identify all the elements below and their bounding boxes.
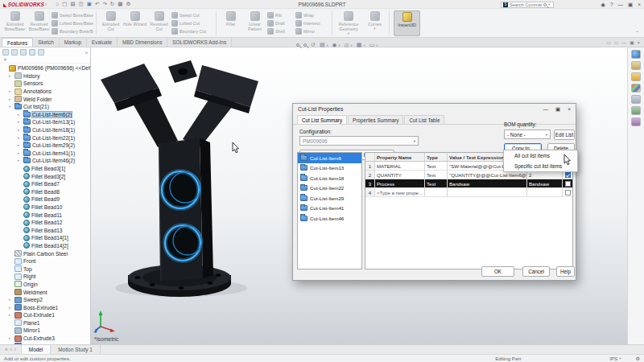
tree-item[interactable]: Mirror1 bbox=[0, 327, 90, 335]
curves-button[interactable]: Curves▾ bbox=[363, 10, 386, 36]
tab-scroll-start-icon[interactable]: « bbox=[5, 347, 8, 352]
doc-restore-icon[interactable]: ▣ bbox=[630, 40, 634, 45]
tree-item[interactable]: Fillet Bead14[1] bbox=[0, 234, 90, 242]
units-caret-icon[interactable]: ▾ bbox=[619, 356, 621, 360]
intersect-button[interactable]: Intersect bbox=[295, 19, 329, 27]
bom-quantity-combo[interactable]: - None - ▾ bbox=[504, 130, 551, 139]
tree-item[interactable]: ▸ Cut-List-Item6(2) bbox=[0, 111, 90, 119]
tree-item[interactable]: Origin bbox=[0, 281, 90, 289]
rebuild-icon[interactable]: ↻ bbox=[110, 0, 114, 8]
selected-edge-lower[interactable] bbox=[165, 225, 202, 261]
previous-view-icon[interactable]: ↺ bbox=[311, 42, 316, 48]
cut-list-items-listbox[interactable]: Cut-List-Item6 Cut-List-Item13 Cut-List-… bbox=[297, 152, 362, 269]
options-icon[interactable]: ⚙ bbox=[126, 0, 130, 8]
doc-minimize-icon[interactable]: — bbox=[621, 40, 626, 45]
tree-item[interactable]: ▾ Cut list(21) bbox=[0, 103, 90, 111]
custom-properties-icon[interactable] bbox=[631, 106, 641, 115]
forum-icon[interactable] bbox=[631, 117, 641, 126]
command-tab[interactable]: MBD Dimensions bbox=[118, 38, 167, 47]
status-options-icon[interactable]: ⚙ bbox=[635, 356, 640, 361]
tree-item[interactable]: ▸ Cut-List-Item13(1) bbox=[0, 118, 90, 126]
cut-list-item[interactable]: Cut-List-Item22 bbox=[298, 183, 361, 194]
wrap-button[interactable]: Wrap bbox=[295, 11, 329, 19]
save-icon[interactable]: ◫ bbox=[79, 0, 84, 8]
dialog-close-button[interactable]: × bbox=[568, 106, 571, 113]
doc-window-icon[interactable]: ▭ bbox=[606, 40, 610, 45]
design-library-icon[interactable] bbox=[631, 61, 641, 70]
collapse-ribbon-icon[interactable]: ⌃ bbox=[635, 30, 639, 35]
tree-item[interactable]: Front bbox=[0, 257, 90, 265]
tree-item[interactable]: Fillet Bead3[1] bbox=[0, 165, 90, 173]
tree-item[interactable]: ▸ Annotations bbox=[0, 88, 90, 96]
tree-item[interactable]: ▸ Cut-Extrude1 bbox=[0, 311, 90, 319]
expand-arrow[interactable]: ▸ bbox=[18, 143, 22, 147]
reference-geometry-button[interactable]: Reference Geometry▾ bbox=[335, 10, 362, 36]
expand-arrow[interactable]: ▸ bbox=[18, 136, 22, 140]
ok-button[interactable]: OK bbox=[481, 266, 514, 277]
hide-show-items-icon[interactable]: ▦ bbox=[357, 42, 362, 48]
boundary-cut-button[interactable]: Boundary Cut bbox=[171, 27, 213, 35]
configuration-manager-tab-icon[interactable] bbox=[20, 49, 27, 56]
swept-boss-button[interactable]: Swept Boss/Base bbox=[52, 11, 93, 19]
command-tab[interactable]: Sketch bbox=[33, 38, 60, 47]
tree-item[interactable]: Fillet Bead14[2] bbox=[0, 242, 90, 250]
command-tab[interactable]: Features bbox=[2, 38, 33, 47]
dialog-tab[interactable]: Cut List Summary bbox=[297, 115, 347, 124]
tree-item[interactable]: ▸ Cut-List-Item41(1) bbox=[0, 150, 90, 158]
property-manager-tab-icon[interactable] bbox=[11, 49, 18, 56]
command-tab[interactable]: Markup bbox=[60, 38, 87, 47]
help-button[interactable]: Help bbox=[556, 266, 575, 277]
filter-icon[interactable]: ▼ bbox=[3, 57, 7, 62]
tree-item[interactable]: ▸ Cut-List-Item29(2) bbox=[0, 142, 90, 150]
tree-item[interactable]: Fillet Bead9 bbox=[0, 195, 90, 204]
draft-button[interactable]: Draft bbox=[267, 19, 295, 27]
tree-item[interactable]: ▸ History bbox=[0, 72, 90, 80]
dialog-maximize-button[interactable]: ▣ bbox=[555, 106, 560, 113]
search-input[interactable] bbox=[510, 2, 542, 7]
zoom-to-fit-icon[interactable] bbox=[296, 43, 299, 47]
edit-list-button[interactable]: Edit List bbox=[554, 130, 575, 140]
dimxpert-tab-icon[interactable] bbox=[29, 49, 35, 56]
zoom-to-area-icon[interactable] bbox=[303, 43, 307, 47]
instant3d-button[interactable]: Instant3D bbox=[394, 10, 420, 36]
row-checkbox-checked[interactable] bbox=[565, 172, 571, 178]
row-checkbox[interactable] bbox=[565, 190, 571, 195]
tree-item[interactable]: Fillet Bead8 bbox=[0, 188, 90, 196]
tree-item[interactable]: ▸ Sweep2 bbox=[0, 296, 90, 304]
tree-item[interactable]: ▸ Cut-List-Item46(2) bbox=[0, 157, 90, 165]
tree-item[interactable]: ▸ Cut-Extrude3 bbox=[0, 335, 90, 343]
expand-arrow[interactable]: ▸ bbox=[9, 306, 13, 310]
expand-arrow[interactable]: ▸ bbox=[9, 298, 13, 302]
revolved-cut-button[interactable]: Revolved Cut bbox=[147, 10, 171, 36]
model-tab[interactable]: Model bbox=[21, 345, 51, 354]
user-account-icon[interactable]: ◉ bbox=[601, 0, 605, 9]
minimize-button[interactable]: — bbox=[618, 0, 624, 9]
swept-cut-button[interactable]: Swept Cut bbox=[171, 11, 213, 19]
tree-item[interactable]: Sensors bbox=[0, 80, 90, 88]
expand-arrow[interactable]: ▸ bbox=[18, 151, 22, 155]
dialog-title-bar[interactable]: Cut-List Properties — ▣ × bbox=[293, 104, 576, 114]
tab-scroll-left-icon[interactable]: ‹ bbox=[10, 347, 12, 352]
view-palette-icon[interactable] bbox=[631, 95, 641, 104]
cancel-button[interactable]: Cancel bbox=[522, 266, 550, 277]
view-settings-icon[interactable]: ▭ bbox=[369, 42, 375, 48]
mirror-button[interactable]: Mirror bbox=[295, 27, 329, 35]
hole-wizard-button[interactable]: Hole Wizard bbox=[123, 10, 147, 36]
restore-button[interactable]: ▣ bbox=[628, 0, 633, 9]
expand-arrow[interactable]: ▸ bbox=[9, 89, 13, 93]
tree-item[interactable]: Fillet Bead3[2] bbox=[0, 172, 90, 180]
tree-item[interactable]: ▸ Cut-List-Item18(1) bbox=[0, 126, 90, 134]
section-view-icon[interactable]: ▤ bbox=[320, 42, 325, 48]
panel-expand-icon[interactable]: » bbox=[85, 50, 88, 55]
expand-arrow[interactable]: ▸ bbox=[18, 120, 22, 124]
search-caret-icon[interactable]: ▾ bbox=[548, 2, 550, 6]
linear-pattern-button[interactable]: Linear Pattern bbox=[243, 10, 266, 36]
table-row-selected[interactable]: 3 Process Text Bandsaw Bandsaw bbox=[365, 179, 572, 188]
cut-list-item[interactable]: Cut-List-Item6 bbox=[298, 153, 361, 163]
search-box[interactable]: S ▾ bbox=[501, 2, 554, 9]
view-orientation-icon[interactable]: ◆ bbox=[332, 42, 336, 48]
configuration-combo[interactable]: PM009696 ▾ bbox=[299, 136, 419, 146]
extruded-boss-button[interactable]: Extruded Boss/Base bbox=[3, 10, 27, 36]
table-row-new[interactable]: 4 <Type a new prope... bbox=[365, 188, 572, 197]
fillet-button[interactable]: Fillet bbox=[219, 10, 242, 36]
